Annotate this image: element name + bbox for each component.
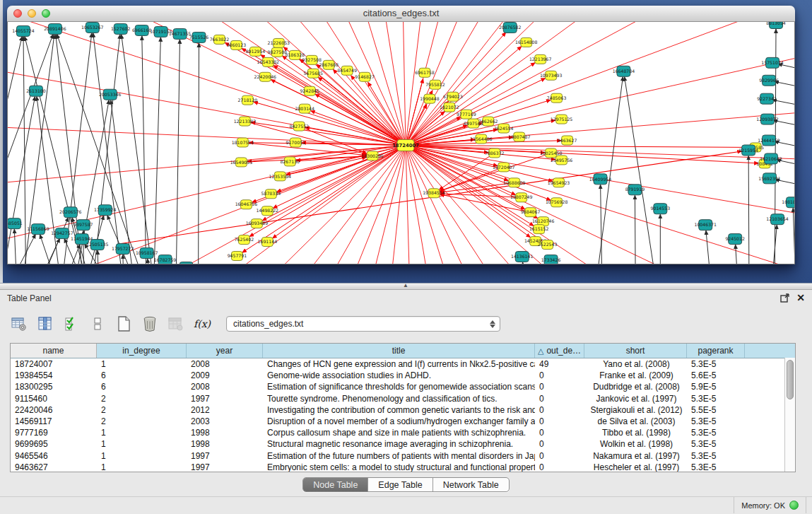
new-column-icon[interactable] [114, 315, 133, 333]
panel-splitter[interactable]: ▲ [0, 283, 812, 290]
table-cell[interactable]: 2003 [187, 416, 263, 426]
table-cell[interactable]: 5.6E-5 [687, 370, 745, 380]
graph-node[interactable]: 14136141 [511, 252, 534, 262]
table-cell[interactable]: 1 [97, 439, 187, 449]
graph-node[interactable]: 8427552 [290, 122, 310, 131]
graph-node[interactable]: 5878334 [261, 189, 281, 199]
table-cell[interactable]: Embryonic stem cells: a model to study s… [263, 462, 535, 472]
zoom-window-icon[interactable] [42, 9, 50, 18]
graph-node[interactable]: 14055724 [12, 25, 35, 36]
graph-node[interactable]: 10973493 [540, 71, 563, 80]
citation-network-graph[interactable]: 7663822986012389129542122605398275081654… [8, 22, 794, 264]
table-mode-icon[interactable] [10, 315, 28, 333]
table-cell[interactable]: 0 [535, 428, 584, 438]
graph-node[interactable]: 8215954 [739, 145, 758, 156]
graph-node[interactable]: 9014553 [651, 204, 671, 214]
table-cell[interactable]: 5.3E-5 [687, 462, 745, 472]
graph-node[interactable]: 8813054 [766, 22, 786, 28]
graph-node[interactable]: 7955812 [425, 80, 445, 89]
graph-node[interactable]: 16543382 [257, 57, 280, 66]
table-cell[interactable]: Structural magnetic resonance image aver… [263, 439, 535, 449]
graph-node[interactable]: 12942757 [51, 228, 73, 239]
graph-node[interactable]: 12353594 [269, 172, 292, 181]
table-cell[interactable]: Hescheler et al. (1997) [584, 462, 687, 472]
graph-node[interactable]: 1990448 [420, 94, 440, 103]
graph-node[interactable]: 3624554 [494, 124, 514, 133]
graph-node[interactable]: 9457791 [228, 252, 247, 261]
graph-node[interactable]: 2867608 [319, 60, 339, 69]
table-cell[interactable]: 18724007 [11, 359, 97, 369]
table-cell[interactable]: 5.3E-5 [687, 439, 745, 449]
table-row[interactable]: 977716911998Corpus callosum shape and si… [11, 427, 795, 438]
table-cell[interactable]: de Silva et al. (2003) [584, 416, 687, 426]
graph-node[interactable]: 7886372 [485, 148, 505, 158]
table-cell[interactable]: 2 [97, 394, 187, 404]
graph-node[interactable]: 15751074 [761, 57, 784, 68]
table-cell[interactable]: 5.3E-5 [687, 359, 745, 369]
graph-node[interactable]: 20891406 [44, 23, 66, 34]
table-cell[interactable]: 0 [535, 382, 584, 392]
minimize-window-icon[interactable] [28, 9, 36, 18]
graph-node[interactable]: 21226053 [268, 38, 290, 47]
table-cell[interactable]: 14569117 [11, 416, 97, 426]
graph-node[interactable]: 16409954 [589, 174, 612, 185]
table-cell[interactable]: 49 [535, 359, 584, 369]
table-cell[interactable]: Estimation of the future numbers of pati… [263, 451, 535, 461]
graph-node[interactable]: 16549055 [230, 158, 253, 167]
graph-node[interactable]: 16046756 [235, 200, 258, 209]
graph-node[interactable]: 10756928 [546, 198, 568, 207]
graph-node[interactable]: 1691144 [258, 238, 278, 247]
table-cell[interactable]: 0 [535, 394, 584, 404]
table-select-dropdown[interactable]: citations_edges.txt [226, 316, 500, 332]
column-header-year[interactable]: year [187, 344, 263, 358]
table-cell[interactable]: 1 [97, 359, 187, 369]
table-cell[interactable]: 1 [97, 428, 187, 438]
graph-node[interactable]: 7485063 [547, 93, 567, 103]
graph-node[interactable]: 19654923 [548, 178, 570, 187]
table-cell[interactable]: 2 [97, 405, 187, 415]
table-cell[interactable]: 1998 [187, 439, 263, 449]
graph-node[interactable]: 17957272 [112, 244, 134, 255]
unselect-all-icon[interactable] [88, 315, 107, 333]
column-header-in_degree[interactable]: in_degree [97, 344, 187, 358]
tab-node-table[interactable]: Node Table [303, 478, 367, 491]
graph-node[interactable]: 12975125 [551, 115, 573, 124]
graph-node[interactable]: 8267130 [281, 157, 300, 166]
graph-node[interactable]: 20206576 [59, 207, 82, 218]
table-row[interactable]: 1938455462009Genome-wide association stu… [11, 370, 795, 381]
table-cell[interactable]: 2008 [187, 382, 263, 392]
graph-node[interactable]: 6966160 [132, 25, 152, 35]
table-cell[interactable]: Tibbo et al. (1998) [584, 428, 687, 438]
graph-node[interactable]: 2613100 [26, 86, 46, 96]
graph-node[interactable]: 20053346 [99, 89, 122, 100]
graph-node[interactable]: 10818300 [782, 197, 794, 208]
table-cell[interactable]: 1997 [187, 451, 263, 461]
network-window-titlebar[interactable]: citations_edges.txt [7, 6, 795, 22]
table-cell[interactable]: 0 [535, 405, 584, 415]
table-cell[interactable]: 0 [535, 370, 584, 380]
graph-node[interactable]: 9146827 [355, 72, 375, 81]
table-cell[interactable]: 18300295 [11, 382, 97, 392]
table-row[interactable]: 1456911722003Disruption of a novel membe… [11, 416, 795, 427]
column-header-pagerank[interactable]: pagerank [687, 344, 745, 358]
graph-node[interactable]: 9242845 [300, 86, 319, 95]
graph-node[interactable]: 18807249 [510, 193, 533, 202]
graph-node[interactable]: 16093489 [246, 219, 269, 228]
column-visibility-icon[interactable] [36, 315, 54, 333]
table-cell[interactable]: 2008 [187, 359, 263, 369]
table-cell[interactable]: 5.3E-5 [687, 451, 745, 461]
scrollbar-thumb[interactable] [787, 360, 794, 399]
graph-node[interactable]: 1821072 [440, 103, 459, 112]
tab-edge-table[interactable]: Edge Table [367, 478, 432, 491]
function-builder-icon[interactable]: f(x) [193, 315, 211, 333]
table-cell[interactable]: 5.9E-5 [687, 382, 745, 392]
column-header-name[interactable]: name [11, 344, 97, 358]
table-cell[interactable]: 22420046 [11, 405, 97, 415]
graph-node[interactable]: 2803144 [295, 104, 314, 113]
table-cell[interactable]: 2 [97, 416, 187, 426]
graph-node[interactable]: 14671355 [169, 28, 192, 39]
graph-node[interactable]: 19384554 [423, 189, 445, 198]
table-cell[interactable]: 1 [97, 462, 187, 472]
graph-node[interactable]: 2718120 [238, 95, 258, 105]
table-cell[interactable]: 5.3E-5 [687, 428, 745, 438]
